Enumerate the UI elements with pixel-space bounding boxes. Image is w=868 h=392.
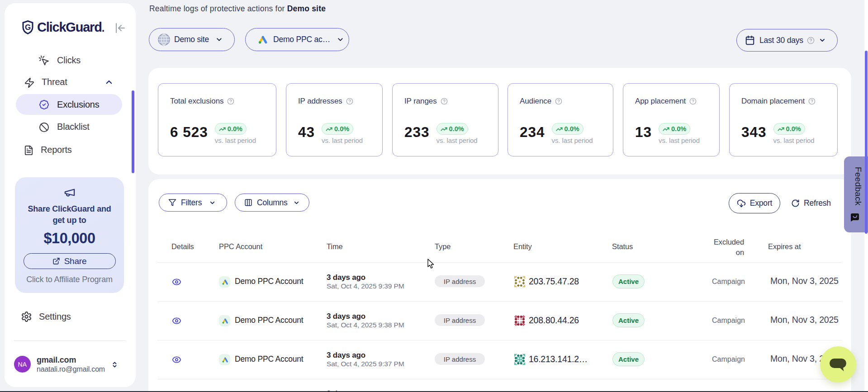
- svg-text:G: G: [25, 23, 31, 32]
